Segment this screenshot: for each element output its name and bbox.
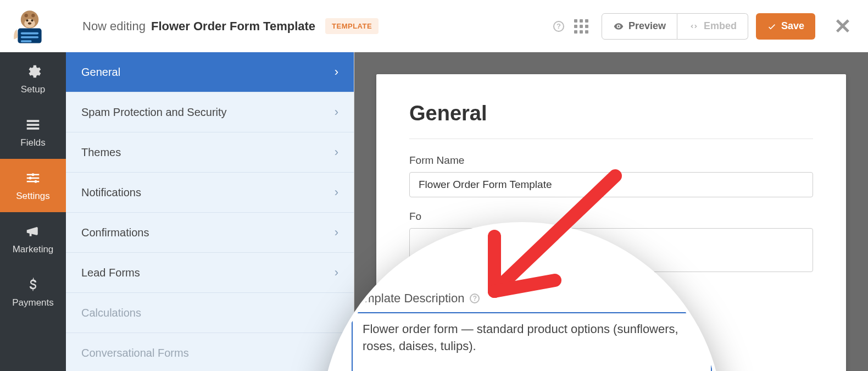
eye-icon xyxy=(613,21,624,32)
svg-point-8 xyxy=(28,22,31,24)
sliders-icon xyxy=(25,170,41,186)
svg-point-14 xyxy=(29,176,32,179)
chevron-right-icon: › xyxy=(335,185,338,200)
apps-grid-icon[interactable] xyxy=(574,19,588,34)
panel-item-confirmations[interactable]: Confirmations› xyxy=(66,213,354,253)
svg-point-3 xyxy=(25,14,28,17)
chevron-right-icon: › xyxy=(335,65,338,79)
panel-item-general[interactable]: General› xyxy=(66,52,354,92)
panel-item-notifications[interactable]: Notifications› xyxy=(66,173,354,213)
panel-item-conversational: Conversational Forms xyxy=(66,333,354,371)
chevron-right-icon: › xyxy=(335,145,338,159)
dollar-icon xyxy=(25,276,41,293)
panel-item-calculations: Calculations xyxy=(66,293,354,333)
list-icon xyxy=(25,117,41,133)
save-button[interactable]: Save xyxy=(756,13,815,40)
svg-point-13 xyxy=(32,173,35,176)
embed-button[interactable]: Embed xyxy=(677,13,748,40)
svg-rect-11 xyxy=(21,36,38,38)
svg-point-7 xyxy=(31,19,34,21)
svg-rect-10 xyxy=(21,32,38,34)
preview-button[interactable]: Preview xyxy=(602,13,677,40)
form-desc-label: Fo xyxy=(409,211,813,223)
panel-item-lead-forms[interactable]: Lead Forms› xyxy=(66,253,354,293)
form-title: Flower Order Form Template xyxy=(151,19,315,34)
page-heading: General xyxy=(409,102,813,125)
form-name-label: Form Name xyxy=(409,154,813,167)
settings-panel: General› Spam Protection and Security› T… xyxy=(66,52,354,371)
template-badge: TEMPLATE xyxy=(325,18,379,34)
svg-point-15 xyxy=(35,180,37,182)
close-icon[interactable]: ✕ xyxy=(834,14,852,38)
chevron-right-icon: › xyxy=(335,225,338,240)
chevron-right-icon: › xyxy=(335,265,338,280)
rail-item-marketing[interactable]: Marketing xyxy=(0,212,66,265)
rail-item-settings[interactable]: Settings xyxy=(0,159,66,212)
form-name-input[interactable] xyxy=(409,172,813,197)
chevron-right-icon: › xyxy=(335,105,338,119)
template-description-label: Template Description ? xyxy=(352,291,692,306)
help-icon[interactable]: ? xyxy=(470,294,480,303)
left-rail: Setup Fields Settings Marketing Payments xyxy=(0,52,66,371)
rail-item-payments[interactable]: Payments xyxy=(0,265,66,319)
panel-item-themes[interactable]: Themes› xyxy=(66,132,354,173)
template-description-input[interactable]: Flower order form — standard product opt… xyxy=(352,312,712,371)
svg-rect-12 xyxy=(21,40,32,42)
gear-icon xyxy=(25,63,41,80)
wpforms-logo-icon xyxy=(10,7,49,46)
svg-point-6 xyxy=(26,19,29,21)
help-icon[interactable]: ? xyxy=(553,21,564,32)
preview-embed-group: Preview Embed xyxy=(602,13,748,40)
rail-item-fields[interactable]: Fields xyxy=(0,106,66,159)
rail-item-setup[interactable]: Setup xyxy=(0,52,66,106)
top-bar: Now editing Flower Order Form Template T… xyxy=(0,0,868,52)
code-icon xyxy=(688,21,699,32)
bullhorn-icon xyxy=(25,223,41,240)
now-editing-label: Now editing xyxy=(82,19,146,34)
panel-item-spam[interactable]: Spam Protection and Security› xyxy=(66,92,354,132)
svg-point-4 xyxy=(31,14,35,17)
check-icon xyxy=(767,21,777,31)
